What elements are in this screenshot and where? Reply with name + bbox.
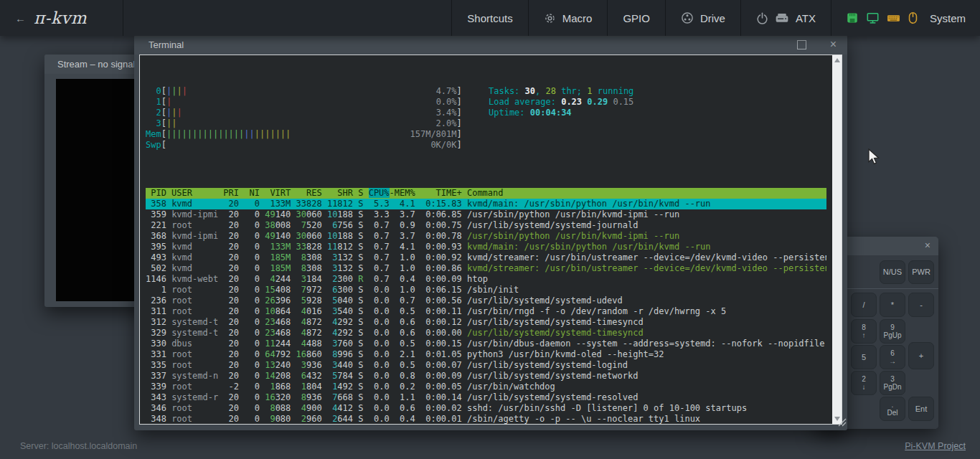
process-row[interactable]: 1146 kvmd-webt 20 0 4244 3184 2300 R 0.7…: [146, 274, 826, 285]
process-row[interactable]: 395 kvmd 20 0 133M 33828 11812 S 0.7 4.1…: [146, 242, 826, 252]
htop-table: PID USER PRI NI VIRT RES SHR S CPU%-MEM%…: [146, 188, 826, 424]
process-row[interactable]: 337 systemd-n 20 0 14208 6432 5784 S 0.0…: [146, 371, 826, 382]
pikvm-app: ← π-kvm ShortcutsMacroGPIODriveATX Syste…: [0, 0, 980, 459]
pikvm-project-link[interactable]: Pi-KVM Project: [905, 441, 966, 451]
key-multiply[interactable]: *: [880, 293, 905, 317]
key-label: 9: [890, 323, 895, 331]
key-sublabel: PgUp: [883, 331, 901, 339]
logo-section: ← π-kvm: [0, 0, 123, 36]
close-icon[interactable]: ×: [830, 37, 837, 52]
key-numlock[interactable]: N/US: [880, 260, 905, 284]
key-dot[interactable]: .Del: [880, 397, 905, 421]
cpu-meter: 1[| 0.0%]: [146, 97, 826, 108]
cpu-meter: 0[|||| 4.7%]: [146, 86, 826, 97]
terminal-scrollbar[interactable]: [832, 55, 842, 424]
menu-item-drive[interactable]: Drive: [665, 0, 740, 36]
keyboard-status-icon: [887, 12, 900, 24]
menu-item-label: Shortcuts: [467, 12, 512, 24]
monitor-status-icon: [866, 11, 880, 24]
terminal-window: Terminal × 0[|||| 4.7%] 1[| 0.0%] 2[|||: [134, 35, 847, 430]
cpu-meter: 3[|| 2.0%]: [146, 118, 826, 129]
process-row[interactable]: 348 root 20 0 9080 2960 2644 S 0.0 0.4 0…: [146, 414, 826, 424]
key-6[interactable]: 6→: [880, 345, 905, 369]
key-divide[interactable]: /: [851, 293, 877, 317]
key-label: 8: [862, 323, 866, 331]
back-arrow-icon[interactable]: ←: [15, 12, 26, 24]
resize-grip-icon[interactable]: [835, 415, 847, 430]
process-row[interactable]: 331 root 20 0 64792 16860 8996 S 0.0 2.1…: [146, 349, 826, 360]
process-row[interactable]: 359 kvmd-ipmi 20 0 49140 30060 10188 S 3…: [146, 209, 826, 220]
header-spacer: [123, 0, 451, 36]
process-row[interactable]: 502 kvmd 20 0 185M 8308 3132 S 0.7 1.0 0…: [146, 263, 826, 274]
key-label: 6: [890, 349, 895, 357]
terminal-title: Terminal: [149, 39, 184, 50]
ethernet-status-icon: [846, 11, 859, 24]
cpu-meter: Mem[|||||||||||||||||||||||| 157M/801M]: [146, 129, 826, 140]
process-row[interactable]: 343 systemd-r 20 0 16320 8936 7668 S 0.0…: [146, 392, 826, 403]
htop-header-row: PID USER PRI NI VIRT RES SHR S CPU%-MEM%…: [146, 188, 826, 199]
key-label: 3: [890, 375, 895, 383]
menu-item-label: Macro: [562, 12, 593, 24]
menu-item-label: Drive: [700, 12, 725, 24]
menu-item-shortcuts[interactable]: Shortcuts: [451, 0, 527, 36]
key-sublabel: ↓: [862, 383, 866, 391]
disc-icon: [681, 11, 694, 24]
process-row[interactable]: 358 kvmd 20 0 133M 33828 11812 S 5.3 4.1…: [146, 199, 826, 209]
htop-summary: Tasks: 30, 28 thr; 1 runningLoad average…: [489, 86, 633, 118]
key-label: 2: [862, 375, 866, 383]
cpu-meter: Swp[ 0K/0K]: [146, 140, 826, 151]
system-label: System: [930, 12, 966, 24]
terminal-screen[interactable]: 0[|||| 4.7%] 1[| 0.0%] 2[||| 3.4%] 3[||: [139, 55, 842, 425]
menu-item-label: ATX: [796, 12, 816, 24]
cpu-meter: 2[||| 3.4%]: [146, 108, 826, 118]
summary-line: Load average: 0.23 0.29 0.15: [489, 97, 633, 108]
key-sublabel: →: [889, 357, 896, 365]
process-row[interactable]: 329 systemd-t 20 0 23468 4872 4292 S 0.0…: [146, 328, 826, 339]
system-group[interactable]: System: [831, 0, 980, 36]
process-row[interactable]: 221 root 20 0 38008 7520 6756 S 0.7 0.9 …: [146, 220, 826, 231]
key-subtract[interactable]: -: [908, 293, 934, 317]
key-8[interactable]: 8↑: [851, 319, 877, 344]
maximize-icon[interactable]: [797, 40, 806, 49]
top-navbar: ← π-kvm ShortcutsMacroGPIODriveATX Syste…: [0, 0, 980, 36]
keypad-close-icon[interactable]: ×: [925, 240, 930, 251]
terminal-titlebar[interactable]: Terminal: [134, 35, 847, 55]
summary-line: Tasks: 30, 28 thr; 1 running: [489, 86, 633, 97]
htop-meters: 0[|||| 4.7%] 1[| 0.0%] 2[||| 3.4%] 3[||: [146, 86, 826, 151]
gear-icon: [544, 12, 556, 24]
menu-item-macro[interactable]: Macro: [528, 0, 608, 36]
process-row[interactable]: 311 root 20 0 10864 4016 3540 S 0.0 0.5 …: [146, 306, 826, 317]
summary-line: Uptime: 00:04:34: [489, 108, 633, 118]
key-sublabel: Del: [887, 409, 897, 417]
power-icon: [756, 12, 768, 24]
process-row[interactable]: 335 root 20 0 13240 3936 3440 S 0.0 0.5 …: [146, 360, 826, 371]
key-9[interactable]: 9PgUp: [880, 319, 905, 344]
header-menu: ShortcutsMacroGPIODriveATX: [451, 0, 831, 36]
stream-title: Stream – no signal: [57, 59, 135, 70]
mouse-cursor: [868, 148, 884, 169]
key-sublabel: PgDn: [883, 383, 901, 391]
process-row[interactable]: 493 kvmd 20 0 185M 8308 3132 S 0.7 1.0 0…: [146, 252, 826, 263]
key-3[interactable]: 3PgDn: [880, 371, 905, 395]
process-row[interactable]: 368 kvmd-ipmi 20 0 49140 30060 10188 S 0…: [146, 231, 826, 242]
server-icon: [775, 12, 789, 24]
key-enter[interactable]: Ent: [908, 397, 934, 421]
scroll-up-icon[interactable]: [834, 58, 840, 62]
key-power[interactable]: PWR: [908, 260, 934, 284]
key-plus[interactable]: +: [908, 342, 934, 369]
menu-item-atx[interactable]: ATX: [740, 0, 831, 36]
server-hostname: Server: localhost.localdomain: [20, 441, 137, 451]
key-5[interactable]: 5: [851, 345, 877, 369]
process-row[interactable]: 330 dbus 20 0 11244 4488 3760 S 0.0 0.5 …: [146, 339, 826, 349]
process-row[interactable]: 236 root 20 0 26396 5928 5040 S 0.0 0.7 …: [146, 295, 826, 306]
menu-item-gpio[interactable]: GPIO: [607, 0, 665, 36]
key-label: .: [892, 401, 894, 409]
process-row[interactable]: 339 root -2 0 1868 1804 1492 S 0.0 0.2 0…: [146, 382, 826, 392]
key-2[interactable]: 2↓: [851, 371, 877, 395]
pikvm-logo: π-kvm: [34, 9, 87, 27]
mouse-status-icon: [908, 11, 918, 24]
htop-output: 0[|||| 4.7%] 1[| 0.0%] 2[||| 3.4%] 3[||: [146, 55, 826, 424]
process-row[interactable]: 346 root 20 0 8088 4900 4412 S 0.0 0.6 0…: [146, 403, 826, 414]
process-row[interactable]: 1 root 20 0 15408 7972 6300 S 0.0 1.0 0:…: [146, 285, 826, 295]
process-row[interactable]: 312 systemd-t 20 0 23468 4872 4292 S 0.0…: [146, 317, 826, 328]
